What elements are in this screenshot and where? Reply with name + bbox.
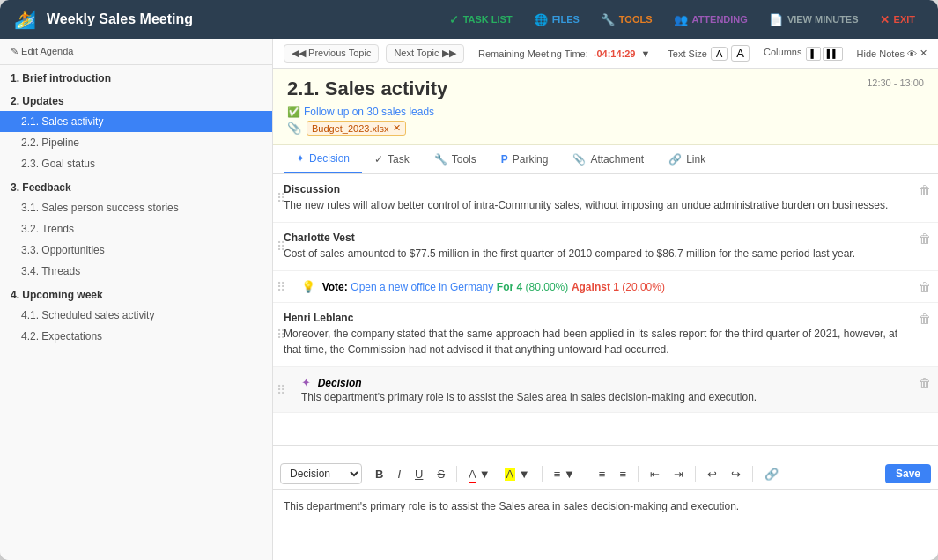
columns-1-button[interactable]: ▌ [806, 47, 820, 61]
task-list-label: TASK LIST [463, 14, 513, 25]
sidebar-item-opportunities[interactable]: 3.3. Opportunities [0, 239, 272, 261]
columns-control: Columns ▌ ▌▌ [764, 47, 843, 61]
sidebar-item-scheduled-activity[interactable]: 4.1. Scheduled sales activity [0, 305, 272, 326]
task-tab-icon: ✓ [374, 153, 383, 166]
time-dropdown-icon[interactable]: ▼ [640, 48, 650, 59]
toolbar-sep-6 [752, 466, 753, 482]
discussion-item-4: ⠿ Henri Leblanc Moreover, the company st… [273, 303, 938, 367]
app-title: Weekly Sales Meeting [47, 11, 430, 27]
item-author-4: Henri Leblanc [284, 312, 903, 324]
next-topic-button[interactable]: Next Topic ▶▶ [386, 44, 463, 63]
font-color-button[interactable]: A ▼ [462, 464, 496, 484]
prev-topic-label: ◀◀ Previous Topic [292, 48, 371, 59]
drag-handle-1[interactable]: ⠿ [273, 191, 289, 205]
drag-handle-2[interactable]: ⠿ [273, 239, 289, 254]
sidebar-section-updates: 2. Updates 2.1. Sales activity 2.2. Pipe… [0, 88, 272, 174]
sidebar-item-goal-status[interactable]: 2.3. Goal status [0, 153, 272, 174]
indent-button[interactable]: ⇥ [668, 464, 690, 484]
text-size-large-button[interactable]: A [731, 45, 750, 62]
delete-item-3-button[interactable]: 🗑 [919, 280, 931, 294]
decision-text-5: This department's primary role is to ass… [301, 391, 903, 403]
drag-handle-3[interactable]: ⠿ [273, 280, 289, 294]
align-button[interactable]: ≡ ▼ [548, 464, 581, 484]
budget-file-close-icon[interactable]: ✕ [393, 122, 401, 134]
top-bar: 🏄 Weekly Sales Meeting ✓ TASK LIST 🌐 FIL… [0, 0, 938, 39]
tab-parking[interactable]: P Parking [489, 145, 561, 173]
remaining-value: -04:14:29 [594, 48, 636, 59]
topic-title: 2.1. Sales activity [287, 77, 447, 100]
link-button[interactable]: 🔗 [758, 464, 785, 484]
delete-item-2-button[interactable]: 🗑 [919, 232, 931, 246]
delete-item-5-button[interactable]: 🗑 [919, 376, 931, 390]
prev-topic-button[interactable]: ◀◀ Previous Topic [284, 44, 379, 63]
decision-item-5: ⠿ ✦ Decision This department's primary r… [273, 367, 938, 413]
sidebar-item-expectations[interactable]: 4.2. Expectations [0, 326, 272, 347]
tab-tools[interactable]: 🔧 Tools [422, 145, 489, 173]
sidebar-group-updates: 2. Updates [0, 88, 272, 111]
drag-handle-4[interactable]: ⠿ [273, 328, 289, 342]
highlight-button[interactable]: A ▼ [499, 464, 536, 484]
files-button[interactable]: 🌐 FILES [525, 9, 588, 31]
outdent-button[interactable]: ⇤ [644, 464, 666, 484]
tab-link[interactable]: 🔗 Link [656, 145, 718, 173]
vote-icon: 💡 [301, 280, 315, 293]
vote-link[interactable]: Open a new office in Germany [351, 281, 493, 293]
sidebar-item-sales-activity[interactable]: 2.1. Sales activity [0, 111, 272, 132]
delete-item-1-button[interactable]: 🗑 [919, 183, 931, 197]
decision-tab-icon: ✦ [296, 152, 305, 165]
tab-parking-label: Parking [513, 153, 549, 166]
redo-button[interactable]: ↪ [725, 464, 747, 484]
undo-button[interactable]: ↩ [701, 464, 723, 484]
sidebar-item-success-stories[interactable]: 3.1. Sales person success stories [0, 197, 272, 218]
editor-resize-handle[interactable]: — — [273, 446, 938, 459]
attending-button[interactable]: 👥 ATTENDING [665, 9, 757, 31]
follow-up-link[interactable]: ✅ Follow up on 30 sales leads [287, 106, 924, 118]
sidebar-item-trends[interactable]: 3.2. Trends [0, 218, 272, 239]
view-minutes-button[interactable]: 📄 VIEW MINUTES [760, 9, 868, 31]
vote-against: Against 1 (20.00%) [572, 281, 665, 293]
tab-link-label: Link [686, 153, 705, 166]
delete-item-4-button[interactable]: 🗑 [919, 312, 931, 326]
columns-2-button[interactable]: ▌▌ [823, 47, 843, 61]
drag-handle-5[interactable]: ⠿ [273, 383, 289, 397]
editor-type-select[interactable]: Decision Discussion Task Vote [280, 463, 362, 484]
underline-button[interactable]: U [409, 464, 429, 484]
view-minutes-label: VIEW MINUTES [787, 14, 859, 25]
bold-button[interactable]: B [369, 464, 389, 484]
tab-attachment[interactable]: 📎 Attachment [560, 145, 656, 173]
check-circle-icon: ✅ [287, 106, 300, 118]
exit-button[interactable]: ✕ EXIT [871, 9, 924, 31]
sidebar-item-pipeline[interactable]: 2.2. Pipeline [0, 132, 272, 153]
hide-notes-button[interactable]: Hide Notes 👁 ✕ [857, 48, 927, 59]
task-list-button[interactable]: ✓ TASK LIST [440, 9, 521, 31]
decision-label-5: Decision [318, 377, 362, 389]
italic-button[interactable]: I [391, 464, 407, 484]
text-size-small-button[interactable]: A [711, 47, 728, 61]
tab-task[interactable]: ✓ Task [362, 145, 422, 173]
attending-icon: 👥 [674, 13, 688, 26]
sidebar: ✎ Edit Agenda 1. Brief introduction 2. U… [0, 39, 273, 560]
item-text-1: The new rules will allow better control … [284, 197, 903, 213]
edit-agenda-button[interactable]: ✎ Edit Agenda [0, 39, 272, 65]
hide-notes-label: Hide Notes [857, 48, 905, 59]
vote-item-3: ⠿ 💡 Vote: Open a new office in Germany F… [273, 271, 938, 303]
content-area: ◀◀ Previous Topic Next Topic ▶▶ Remainin… [273, 39, 938, 560]
toolbar-sep-4 [638, 466, 639, 482]
numbered-list-button[interactable]: ≡ [613, 464, 632, 484]
budget-file-tag[interactable]: Budget_2023.xlsx ✕ [307, 121, 406, 136]
bullet-list-button[interactable]: ≡ [593, 464, 612, 484]
editor-content[interactable]: This department's primary role is to ass… [273, 490, 938, 560]
task-list-icon: ✓ [449, 13, 459, 26]
tools-label: TOOLS [619, 14, 653, 25]
save-button[interactable]: Save [885, 464, 931, 483]
strikethrough-button[interactable]: S [431, 464, 451, 484]
toolbar-sep-2 [542, 466, 543, 482]
topic-links: ✅ Follow up on 30 sales leads 📎 Budget_2… [287, 106, 924, 136]
sidebar-group-brief: 1. Brief introduction [0, 65, 272, 88]
item-text-4: Moreover, the company stated that the sa… [284, 326, 903, 357]
tab-decision[interactable]: ✦ Decision [284, 145, 362, 173]
sidebar-item-threads[interactable]: 3.4. Threads [0, 261, 272, 282]
font-color-dropdown-icon: ▼ [479, 468, 491, 481]
tools-button[interactable]: 🔧 TOOLS [592, 9, 661, 31]
minutes-icon: 📄 [769, 13, 783, 26]
